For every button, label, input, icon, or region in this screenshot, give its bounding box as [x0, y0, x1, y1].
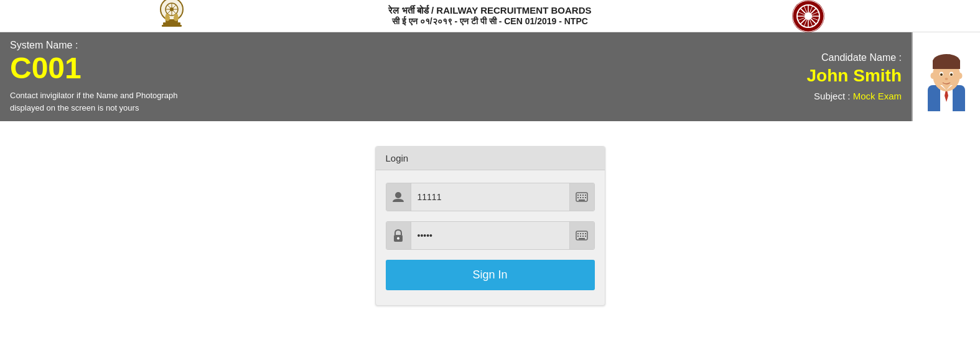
svg-point-39 — [931, 73, 935, 79]
svg-point-40 — [958, 73, 963, 79]
username-row — [386, 183, 595, 211]
password-input[interactable] — [411, 226, 569, 245]
system-name-value: C001 — [10, 53, 765, 83]
svg-rect-51 — [582, 197, 584, 198]
candidate-name-value: John Smith — [785, 66, 902, 86]
candidate-photo — [912, 32, 980, 121]
svg-rect-58 — [580, 233, 581, 234]
username-input[interactable] — [411, 187, 569, 207]
svg-rect-63 — [582, 236, 584, 237]
svg-rect-53 — [579, 199, 585, 201]
login-card-body: Sign In — [376, 170, 605, 305]
svg-point-12 — [166, 14, 169, 17]
svg-rect-61 — [577, 236, 579, 237]
system-name-label: System Name : — [10, 40, 765, 51]
svg-point-38 — [945, 78, 948, 80]
lock-icon — [386, 222, 411, 249]
svg-point-13 — [174, 14, 178, 17]
svg-rect-47 — [582, 195, 584, 196]
header-line2: सी ई एन ०१/२०१९ - एन टी पी सी - CEN 01/2… — [388, 16, 591, 27]
svg-rect-9 — [162, 25, 182, 27]
svg-rect-64 — [585, 236, 586, 237]
notice-text: Contact invigilator if the Name and Phot… — [10, 89, 765, 114]
header-line1: रेल भर्ती बोर्ड / RAILWAY RECRUITMENT BO… — [388, 5, 591, 16]
login-card-header: Login — [376, 147, 605, 170]
svg-point-55 — [397, 237, 399, 240]
info-bar: System Name : C001 Contact invigilator i… — [0, 32, 980, 121]
svg-rect-49 — [577, 197, 579, 198]
info-right: Candidate Name : John Smith Subject : Mo… — [775, 32, 980, 121]
header-center: रेल भर्ती बोर्ड / RAILWAY RECRUITMENT BO… — [388, 5, 591, 27]
user-icon — [386, 183, 411, 211]
login-card: Login — [375, 146, 605, 306]
svg-rect-62 — [580, 236, 581, 237]
svg-point-36 — [940, 73, 943, 76]
svg-rect-48 — [585, 195, 586, 196]
subject-line: Subject : Mock Exam — [785, 91, 902, 101]
login-section: Login — [0, 121, 980, 331]
svg-rect-52 — [585, 197, 586, 198]
svg-rect-60 — [585, 233, 586, 234]
info-left: System Name : C001 Contact invigilator i… — [0, 32, 775, 121]
password-row — [386, 221, 595, 250]
emblem-right — [792, 0, 824, 32]
candidate-info: Candidate Name : John Smith Subject : Mo… — [775, 32, 912, 121]
password-keyboard-button[interactable] — [569, 222, 594, 249]
login-title: Login — [386, 153, 409, 163]
avatar-image — [918, 43, 974, 111]
subject-value: Mock Exam — [853, 91, 902, 101]
subject-label: Subject : — [814, 91, 850, 101]
svg-rect-8 — [163, 22, 180, 25]
svg-rect-45 — [577, 195, 579, 196]
sign-in-button[interactable]: Sign In — [386, 260, 595, 290]
svg-rect-57 — [577, 233, 579, 234]
svg-point-43 — [395, 192, 401, 198]
emblem-left — [156, 0, 188, 35]
username-keyboard-button[interactable] — [569, 183, 594, 211]
top-header: रेल भर्ती बोर्ड / RAILWAY RECRUITMENT BO… — [0, 0, 980, 32]
svg-rect-46 — [580, 195, 581, 196]
svg-rect-65 — [579, 238, 585, 239]
svg-rect-50 — [580, 197, 581, 198]
svg-rect-33 — [933, 60, 960, 69]
candidate-name-label: Candidate Name : — [785, 52, 902, 63]
svg-point-37 — [950, 73, 953, 76]
svg-rect-59 — [582, 233, 584, 234]
